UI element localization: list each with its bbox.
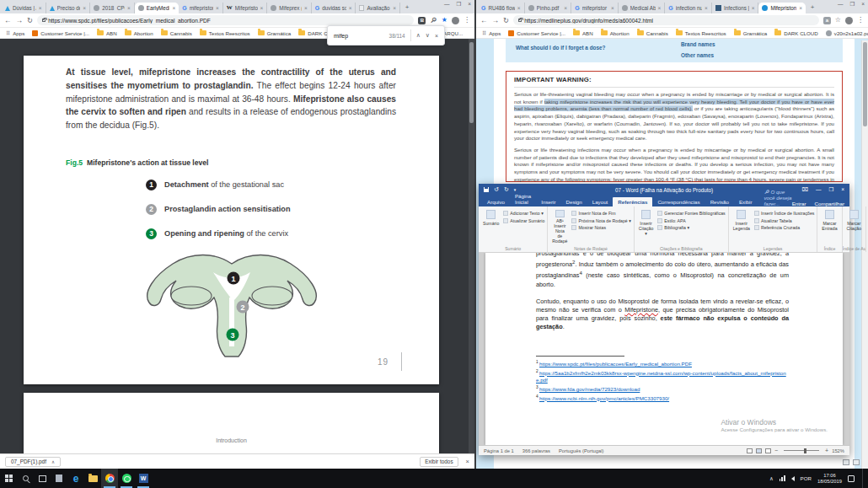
browser-tab[interactable]: Gduvidas so× (312, 3, 356, 13)
ribbon-small-button[interactable]: Bibliografia ▾ (657, 225, 725, 230)
whatsapp-button[interactable] (118, 469, 135, 488)
other-names-link[interactable]: Other names (681, 52, 714, 58)
ribbon-options-icon[interactable]: ⌧ (801, 186, 808, 193)
forward-icon[interactable]: → (492, 17, 500, 24)
tab-close-icon[interactable]: × (304, 5, 308, 11)
pinned-app-button[interactable] (51, 469, 67, 488)
network-icon[interactable] (780, 475, 785, 481)
find-close-icon[interactable]: × (435, 33, 438, 39)
right-window-controls[interactable]: — ❐ × (838, 1, 865, 8)
page-corner-icon-2[interactable] (853, 459, 860, 465)
close-icon[interactable]: × (468, 1, 471, 8)
action-center-icon[interactable] (848, 475, 855, 482)
ribbon-tab-revisão[interactable]: Revisão (705, 197, 734, 206)
browser-tab[interactable]: Mifeprex (m× (267, 3, 312, 13)
find-input[interactable]: mifep (334, 33, 384, 39)
tab-close-icon[interactable]: × (83, 5, 86, 11)
tab-close-icon[interactable]: × (216, 5, 219, 11)
pdf-scrollbar[interactable] (469, 39, 474, 453)
download-bar-close-icon[interactable]: × (466, 458, 469, 465)
profile-avatar[interactable] (452, 17, 459, 24)
find-bar[interactable]: mifep 38/114 ∧ ∨ × (327, 25, 445, 46)
show-desktop-button[interactable] (862, 469, 865, 488)
tell-me-search[interactable]: 🔎︎ O que você deseja fazer... (764, 189, 791, 206)
ribbon-big-button[interactable]: InserirCitação ▾ (637, 209, 656, 244)
footnote-link[interactable]: https://www.fda.gov/media/72923/download (539, 386, 640, 392)
bookmark-star-icon[interactable]: ★ (442, 17, 447, 24)
bookmark-item[interactable]: ABN (573, 30, 593, 36)
word-page[interactable]: prostaglandinas e o de bloquear uma horm… (485, 253, 843, 445)
address-bar[interactable]: https://medlineplus.gov/druginfo/meds/a6… (513, 15, 819, 25)
bookmark-item[interactable]: Customer Service |... (32, 30, 89, 36)
footnote-link[interactable]: https://www.spdc.pt/files/publicacoes/Ea… (539, 361, 692, 367)
share-button[interactable]: Compartilhar (815, 201, 844, 206)
left-window-controls[interactable]: — ❐ × (444, 1, 471, 8)
footnote-link[interactable]: https://5aa1b2xfmfh2e2mk03kk8rsx-wpengin… (536, 370, 786, 383)
browser-menu-icon[interactable]: ⋮ (857, 17, 864, 24)
tab-close-icon[interactable]: × (172, 5, 175, 11)
bookmark-item[interactable]: Textos Reescritos (200, 30, 250, 36)
browser-tab[interactable]: Gmifepristor× (179, 3, 223, 13)
bookmark-item[interactable]: Cannabis (637, 30, 668, 36)
ribbon-big-button[interactable]: InserirLegenda (731, 209, 752, 244)
minimize-icon[interactable]: — (444, 1, 450, 8)
close-icon[interactable]: × (861, 1, 865, 8)
new-tab-button[interactable]: + (807, 3, 817, 13)
tab-close-icon[interactable]: × (393, 5, 396, 11)
ribbon-small-button[interactable]: Próxima Nota de Rodapé ▾ (571, 218, 630, 223)
bookmark-item[interactable]: Gramática (734, 30, 768, 36)
bookmark-item[interactable]: Textos Reescritos (676, 30, 726, 36)
bookmark-item[interactable]: ⠿Apps (6, 30, 24, 36)
ribbon-small-button[interactable]: Mostrar Notas (571, 225, 630, 230)
forward-icon[interactable]: → (16, 17, 24, 24)
ribbon-tab-página-inicial[interactable]: Página Inicial (510, 191, 536, 206)
tab-close-icon[interactable]: × (658, 5, 662, 11)
browser-tab[interactable]: Avaliação d× (356, 3, 400, 13)
ribbon-big-button[interactable]: MarcarCitação (845, 209, 864, 244)
brand-names-link[interactable]: Brand names (681, 41, 715, 47)
word-document-text[interactable]: prostaglandinas e o de bloquear uma horm… (536, 253, 789, 340)
ribbon-tab-exibir[interactable]: Exibir (734, 197, 757, 206)
tab-close-icon[interactable]: × (611, 5, 614, 11)
input-language[interactable]: POR (801, 475, 812, 481)
browser-tab[interactable]: WMifepristor× (223, 3, 268, 13)
taskbar-search-button[interactable] (17, 469, 34, 488)
browser-tab[interactable]: Mifepriston× (758, 3, 806, 13)
ribbon-small-button[interactable]: Referência Cruzada (754, 225, 814, 230)
zoom-level[interactable]: 152% (832, 448, 844, 453)
ribbon-small-button[interactable]: Inserir Índice de Ilustrações (754, 211, 814, 216)
tab-close-icon[interactable]: × (705, 5, 708, 11)
bookmark-item[interactable]: Cannabis (161, 30, 192, 36)
bookmark-item[interactable]: ABN (97, 30, 117, 36)
restore-icon[interactable]: ❐ (849, 1, 855, 8)
tab-close-icon[interactable]: × (752, 5, 755, 11)
bookmark-item[interactable]: Customer Service |... (508, 30, 565, 36)
find-prev-icon[interactable]: ∧ (416, 32, 421, 39)
bookmark-item[interactable]: Abortion (125, 30, 153, 36)
ribbon-small-button[interactable]: Inserir Nota de Fim (571, 211, 630, 216)
bookmark-item[interactable]: Gramática (258, 30, 292, 36)
ribbon-tab-layout[interactable]: Layout (587, 197, 613, 206)
refresh-icon[interactable]: ↻ (503, 17, 509, 24)
word-window-controls[interactable]: ⌧ — ❐ × (801, 186, 844, 193)
ribbon-tab-referências[interactable]: Referências (613, 197, 652, 206)
edge-button[interactable]: e (67, 469, 84, 488)
ribbon-tab-correspondências[interactable]: Correspondências (652, 197, 705, 206)
address-bar[interactable]: https://www.spdc.pt/files/publicacoes/Ea… (37, 15, 414, 25)
page-corner-icon-1[interactable] (843, 459, 849, 465)
tab-close-icon[interactable]: × (799, 5, 802, 11)
bookmark-item[interactable]: v20n2s1a02.pdf (826, 30, 868, 36)
zoom-icon[interactable]: 🔎︎ (430, 17, 437, 24)
chrome-button[interactable] (101, 469, 118, 488)
restore-icon[interactable]: ❐ (456, 1, 461, 8)
word-button[interactable]: W (135, 469, 152, 488)
ribbon-tab-design[interactable]: Design (560, 197, 587, 206)
ribbon-small-button[interactable]: Atualizar Sumário (503, 218, 544, 223)
browser-tab[interactable]: Preciso de× (46, 3, 91, 13)
browser-tab[interactable]: Gmifepristor× (571, 3, 619, 13)
browser-tab[interactable]: Infections |× (712, 3, 759, 13)
tab-close-icon[interactable]: × (349, 5, 352, 11)
zoom-slider[interactable] (784, 450, 819, 451)
tab-close-icon[interactable]: × (517, 5, 521, 11)
browser-tab[interactable]: Medical Ab× (619, 3, 666, 13)
